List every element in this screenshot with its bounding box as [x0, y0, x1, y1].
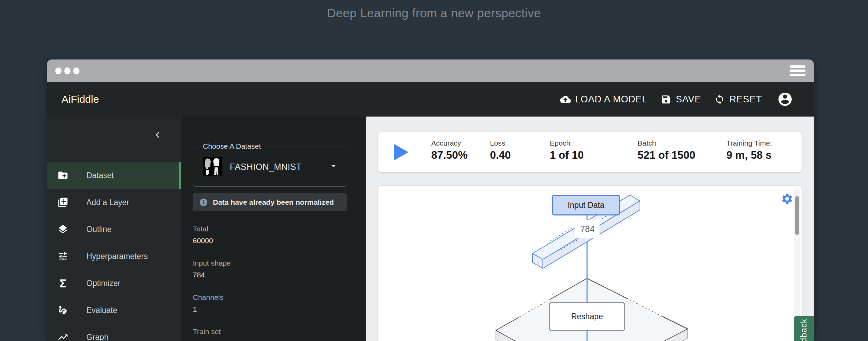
metric-label: Accuracy	[431, 139, 468, 147]
reset-icon	[714, 94, 725, 105]
stat-value: 60000	[193, 235, 354, 247]
stat-total: Total 60000	[193, 223, 354, 247]
stat-input-shape: Input shape 784	[193, 257, 354, 281]
dataset-select-label: Choose A Dataset	[199, 142, 264, 150]
reset-button[interactable]: RESET	[714, 94, 762, 105]
sidebar: Dataset Add a Layer Outline	[47, 117, 181, 341]
metric-label: Batch	[638, 139, 695, 147]
metric-loss: Loss 0.40	[490, 139, 511, 162]
metric-batch: Batch 521 of 1500	[638, 139, 695, 162]
app-window: AiFiddle LOAD A MODEL SAVE RESET	[47, 59, 814, 341]
sigma-icon: Σ	[57, 278, 68, 289]
window-controls	[55, 67, 79, 74]
metric-accuracy: Accuracy 87.50%	[431, 139, 468, 162]
dataset-stats: Total 60000 Input shape 784 Channels 1 T…	[193, 223, 354, 341]
header-actions: LOAD A MODEL SAVE RESET	[560, 91, 793, 107]
layers-icon	[57, 224, 68, 235]
cloud-upload-icon	[560, 94, 571, 105]
metric-value: 1 of 10	[550, 149, 584, 162]
collapse-sidebar-button[interactable]	[152, 129, 163, 142]
sidebar-item-label: Outline	[86, 225, 112, 234]
sidebar-item-evaluate[interactable]: Evaluate	[47, 297, 181, 324]
sidebar-item-hyperparameters[interactable]: Hyperparameters	[47, 243, 181, 270]
load-model-button[interactable]: LOAD A MODEL	[560, 94, 648, 105]
metric-label: Loss	[490, 139, 511, 147]
window-content: Dataset Add a Layer Outline	[47, 117, 814, 341]
dataset-thumbnail	[203, 157, 222, 176]
tune-icon	[57, 251, 68, 262]
sidebar-item-label: Optimizer	[86, 279, 120, 288]
menu-icon[interactable]	[790, 65, 805, 76]
main-area: Accuracy 87.50% Loss 0.40 Epoch 1 of 10 …	[366, 117, 814, 341]
metric-value: 9 m, 58 s	[726, 149, 772, 162]
stat-label: Train set	[193, 326, 354, 338]
metric-value: 87.50%	[431, 149, 468, 162]
normalized-info-chip: Data have already been normalized	[193, 193, 347, 211]
save-icon	[661, 94, 671, 105]
stat-value: 1	[193, 303, 354, 315]
sidebar-item-graph[interactable]: Graph	[47, 324, 181, 341]
page-tagline: Deep Learning from a new perspective	[0, 6, 868, 20]
create-new-folder-icon	[57, 170, 68, 181]
gear-icon	[781, 193, 793, 205]
load-model-label: LOAD A MODEL	[575, 94, 648, 105]
account-button[interactable]	[777, 91, 793, 107]
save-label: SAVE	[676, 94, 701, 105]
sidebar-item-add-a-layer[interactable]: Add a Layer	[47, 189, 181, 216]
sidebar-item-dataset[interactable]: Dataset	[47, 162, 181, 189]
node-reshape[interactable]: Reshape	[549, 302, 625, 331]
metric-label: Training Time:	[726, 139, 772, 147]
metric-epoch: Epoch 1 of 10	[550, 139, 584, 162]
trending-up-icon	[57, 332, 68, 341]
stat-label: Total	[193, 223, 354, 235]
diagram-scrollbar-thumb[interactable]	[795, 196, 799, 235]
library-add-icon	[57, 197, 68, 208]
metric-label: Epoch	[550, 139, 584, 147]
normalized-info-text: Data have already been normalized	[213, 198, 334, 206]
reset-label: RESET	[729, 94, 762, 105]
stat-label: Channels	[193, 292, 354, 303]
sidebar-nav: Dataset Add a Layer Outline	[47, 162, 181, 341]
sidebar-item-label: Dataset	[86, 171, 114, 180]
sidebar-item-label: Hyperparameters	[86, 252, 148, 261]
window-control-dot	[55, 67, 62, 74]
account-circle-icon	[777, 91, 793, 107]
sidebar-item-label: Evaluate	[86, 306, 117, 315]
sidebar-item-label: Graph	[86, 333, 108, 341]
dataset-select[interactable]: Choose A Dataset FASHION_MNIST	[193, 147, 347, 187]
info-icon	[199, 198, 208, 207]
window-titlebar	[47, 59, 814, 82]
dataset-panel: Choose A Dataset FASHION_MNIST	[181, 117, 366, 341]
app-title: AiFiddle	[62, 93, 99, 105]
page: Deep Learning from a new perspective AiF…	[0, 0, 868, 341]
stat-channels: Channels 1	[193, 292, 354, 315]
chevron-left-icon	[152, 129, 163, 141]
feedback-tab[interactable]: Feedback	[794, 316, 814, 341]
chevron-down-icon[interactable]	[328, 161, 339, 173]
training-metrics-bar: Accuracy 87.50% Loss 0.40 Epoch 1 of 10 …	[378, 132, 802, 172]
stat-value: 48000	[193, 338, 354, 341]
play-button[interactable]	[394, 144, 408, 160]
metric-value: 521 of 1500	[638, 149, 695, 162]
save-button[interactable]: SAVE	[661, 94, 701, 105]
feedback-tab-label: Feedback	[799, 319, 809, 341]
sidebar-item-optimizer[interactable]: Σ Optimizer	[47, 270, 181, 297]
gesture-icon	[57, 305, 68, 316]
network-diagram-card: Input Data 784 Reshape	[378, 186, 802, 341]
diagram-settings-button[interactable]	[781, 193, 793, 206]
metric-training-time: Training Time: 9 m, 58 s	[726, 139, 772, 162]
sidebar-item-outline[interactable]: Outline	[47, 216, 181, 243]
stat-train-set: Train set 48000	[193, 326, 354, 341]
stat-value: 784	[193, 269, 354, 281]
app-header: AiFiddle LOAD A MODEL SAVE RESET	[47, 82, 814, 117]
window-control-dot	[64, 67, 70, 74]
window-control-dot	[73, 67, 79, 74]
sidebar-item-label: Add a Layer	[86, 198, 129, 207]
dimension-label: 784	[575, 220, 600, 238]
node-input-data[interactable]: Input Data	[552, 195, 620, 215]
stat-label: Input shape	[193, 257, 354, 269]
metric-value: 0.40	[490, 149, 511, 162]
dataset-select-value: FASHION_MNIST	[230, 162, 302, 172]
